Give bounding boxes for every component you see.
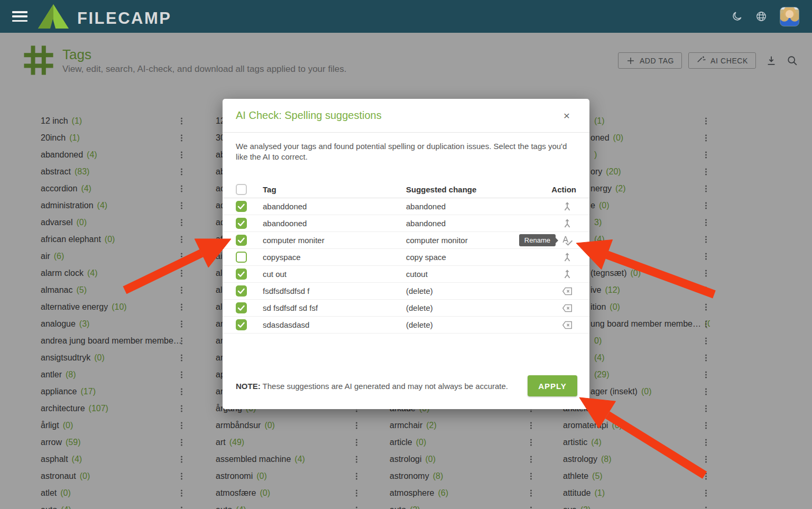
merge-icon[interactable] <box>561 252 573 263</box>
user-avatar[interactable] <box>780 7 799 26</box>
rename-tooltip: Rename <box>519 234 556 246</box>
checkbox-checked[interactable] <box>236 218 247 229</box>
column-header-action: Action <box>550 185 576 194</box>
filecamp-logo[interactable]: FILECAMP <box>38 4 171 31</box>
merge-icon[interactable] <box>561 269 573 280</box>
delete-icon[interactable] <box>561 319 573 331</box>
rename-icon[interactable] <box>561 235 573 246</box>
suggestion-change: (delete) <box>406 303 550 312</box>
suggestion-change: abandoned <box>406 202 550 211</box>
top-navigation-bar: FILECAMP <box>0 0 812 33</box>
suggestion-change: abandoned <box>406 219 550 228</box>
suggestion-tag: fsdfsdfsdfsd f <box>263 286 406 295</box>
suggestion-row: fsdfsdfsdfsd f(delete) <box>223 283 589 300</box>
merge-icon[interactable] <box>561 218 573 229</box>
suggestion-tag: abanddoned <box>263 202 406 211</box>
suggestion-tag: computer moniter <box>263 236 406 245</box>
suggestion-row: abandoonedabandoned <box>223 215 589 232</box>
suggestion-change: copy space <box>406 253 550 262</box>
suggestion-change: cutout <box>406 270 550 279</box>
checkbox-checked[interactable] <box>236 285 247 297</box>
modal-note: NOTE: These suggestions are AI generated… <box>236 382 508 391</box>
suggestion-row: sdasdasdasd(delete) <box>223 317 589 334</box>
delete-icon[interactable] <box>561 302 573 314</box>
suggestion-tag: sd fsdfsdf sd fsf <box>263 303 406 312</box>
apply-button[interactable]: APPLY <box>528 375 577 396</box>
select-all-checkbox[interactable] <box>236 184 247 195</box>
modal-title: AI Check: Spelling suggestions <box>236 109 382 122</box>
checkbox-checked[interactable] <box>236 201 247 212</box>
suggestion-row: abanddonedabandoned <box>223 198 589 215</box>
column-header-tag: Tag <box>263 185 406 194</box>
delete-icon[interactable] <box>561 285 573 297</box>
suggestion-row: copyspacecopy space <box>223 249 589 266</box>
language-globe-icon[interactable] <box>755 11 767 22</box>
brand-name: FILECAMP <box>77 9 171 28</box>
suggestion-row: cut outcutout <box>223 266 589 283</box>
suggestions-table-body: abanddonedabandoned abandoonedabandoned … <box>223 198 589 334</box>
ai-check-modal: AI Check: Spelling suggestions × We anal… <box>223 99 589 409</box>
column-header-suggested: Suggested change <box>406 185 550 194</box>
close-icon[interactable]: × <box>560 109 574 123</box>
modal-intro-text: We analysed your tags and found potentia… <box>236 141 575 162</box>
suggestion-tag: copyspace <box>263 253 406 262</box>
checkbox-checked[interactable] <box>236 235 247 246</box>
checkbox-checked[interactable] <box>236 302 247 313</box>
filecamp-tent-icon <box>38 4 69 31</box>
merge-icon[interactable] <box>561 201 573 212</box>
suggestion-change: (delete) <box>406 286 550 295</box>
suggestion-tag: sdasdasdasd <box>263 320 406 329</box>
suggestion-change: (delete) <box>406 320 550 329</box>
dark-mode-moon-icon[interactable] <box>731 11 743 22</box>
checkbox-checked[interactable] <box>236 269 247 280</box>
suggestions-table-header: Tag Suggested change Action <box>223 181 589 198</box>
checkbox-unchecked[interactable] <box>236 252 247 263</box>
suggestion-tag: abandooned <box>263 219 406 228</box>
suggestion-row: sd fsdfsdf sd fsf(delete) <box>223 300 589 317</box>
suggestion-row: computer monitercomputer monitor Rename <box>223 232 589 249</box>
hamburger-menu-icon[interactable] <box>12 11 27 22</box>
suggestion-tag: cut out <box>263 270 406 279</box>
checkbox-checked[interactable] <box>236 319 247 330</box>
